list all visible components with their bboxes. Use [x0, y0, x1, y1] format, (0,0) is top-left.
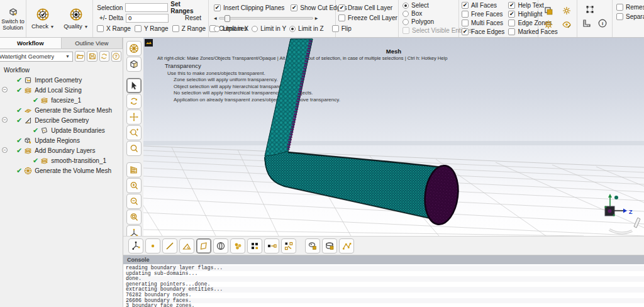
save-workflow-button[interactable] — [87, 51, 97, 62]
pointer-tool-button[interactable] — [126, 78, 142, 93]
collapse-icon[interactable]: − — [2, 147, 8, 153]
zoom-box-button[interactable] — [126, 141, 142, 156]
task-add-local-sizing[interactable]: − ✔ Add Local Sizing — [1, 85, 123, 95]
sequence-button[interactable] — [264, 238, 279, 254]
tree-root[interactable]: Workflow — [1, 65, 123, 75]
select-object-button[interactable] — [213, 238, 228, 254]
axis-z-label: Z — [629, 209, 633, 215]
pan-tool-button[interactable] — [126, 109, 142, 125]
zoom-in-button[interactable] — [126, 178, 142, 193]
all-faces-checkbox[interactable]: All Faces — [462, 2, 504, 9]
panel-tabs: Workflow Outline View — [0, 38, 123, 49]
zoom-fit-button[interactable] — [126, 209, 142, 225]
slider-thumb[interactable] — [225, 15, 230, 22]
clip-plane-slider[interactable]: ◀ ▶ — [214, 13, 330, 23]
task-update-regions[interactable]: ✔ Update Regions — [1, 135, 123, 145]
limit-x-radio[interactable]: Limit in X — [214, 25, 248, 32]
show-object-button[interactable] — [126, 57, 142, 72]
check-dropdown[interactable]: Check ▼ — [26, 0, 60, 37]
select-edge-button[interactable] — [162, 238, 177, 254]
save-icon — [88, 52, 96, 60]
perspective-button[interactable] — [126, 162, 142, 177]
copy-layers-button[interactable] — [541, 4, 556, 18]
edit-visibility-button[interactable] — [560, 18, 575, 31]
freeze-cell-layer-checkbox[interactable]: Freeze Cell Layer — [338, 14, 397, 21]
console-panel[interactable]: Console reading boundary layer flags... … — [123, 255, 644, 307]
quality-dropdown[interactable]: Quality ▼ — [60, 0, 93, 37]
mesh-display-button[interactable] — [126, 41, 142, 56]
switch-to-solution-button[interactable]: Switch to Solution — [0, 0, 26, 37]
task-smooth-transition-1[interactable]: ✔ smooth-transition_1 — [1, 155, 123, 165]
box-radio[interactable]: Box — [402, 10, 422, 17]
face-edges-checkbox[interactable]: Face Edges — [462, 28, 504, 35]
graphics-viewport[interactable]: Mesh Alt right-click: Make Zones/Objects… — [143, 38, 644, 236]
axis-filter-button[interactable] — [128, 238, 143, 254]
zoom-out-button[interactable] — [126, 194, 142, 209]
multi-faces-checkbox[interactable]: Multi Faces — [462, 20, 504, 26]
task-complete-icon: ✔ — [16, 86, 22, 94]
tab-outline-view[interactable]: Outline View — [62, 38, 123, 48]
task-add-boundary-layers[interactable]: − ✔ Add Boundary Layers — [1, 145, 123, 155]
draw-cell-layer-checkbox[interactable]: Draw Cell Layer — [338, 4, 392, 11]
x-range-checkbox[interactable]: X Range — [97, 25, 131, 32]
collapse-icon[interactable]: − — [2, 87, 8, 92]
slider-right-arrow[interactable]: ▶ — [315, 16, 318, 20]
zone-display-button[interactable] — [305, 238, 320, 254]
task-generate-surface-mesh[interactable]: ✔ Generate the Surface Mesh — [1, 105, 123, 115]
limit-z-radio[interactable]: Limit in Z — [289, 25, 324, 32]
select-cluster-button[interactable] — [230, 238, 245, 254]
object-display-button[interactable] — [322, 238, 337, 254]
z-range-checkbox[interactable]: Z Range — [172, 25, 206, 32]
explode-view-button[interactable] — [560, 4, 575, 18]
separate-checkbox[interactable]: Separate — [616, 13, 644, 20]
bounds-display-button[interactable] — [339, 238, 354, 254]
select-zone-button[interactable] — [196, 238, 211, 254]
collapse-icon[interactable]: − — [2, 117, 8, 123]
reset-button[interactable]: Reset — [185, 14, 201, 21]
reset-workflow-button[interactable] — [99, 51, 109, 62]
delta-input[interactable] — [126, 14, 169, 23]
sequence-icon — [267, 241, 277, 251]
task-complete-icon: ✔ — [16, 76, 22, 84]
highlight-gear-button[interactable] — [541, 18, 556, 31]
tab-workflow[interactable]: Workflow — [0, 38, 62, 48]
set-ranges-button[interactable]: Set Ranges — [170, 1, 204, 14]
free-faces-checkbox[interactable]: Free Faces — [462, 11, 504, 18]
remesh-checkbox[interactable]: Remesh — [616, 4, 644, 11]
slider-left-arrow[interactable]: ◀ — [214, 16, 217, 20]
task-facesize-1[interactable]: ✔ facesize_1 — [1, 95, 123, 105]
mesh-ball-icon — [129, 43, 139, 53]
insert-clipping-planes-checkbox[interactable]: Insert Clipping Planes — [214, 4, 284, 11]
delta-label: +/- Delta — [97, 14, 123, 21]
task-update-boundaries[interactable]: ✔ Update Boundaries — [1, 125, 123, 135]
select-cells-button[interactable] — [247, 238, 262, 254]
solution-cube-icon — [8, 7, 18, 17]
task-describe-geometry[interactable]: − ✔ Describe Geometry — [1, 115, 123, 125]
select-radio[interactable]: Select — [402, 2, 429, 9]
limit-y-radio[interactable]: Limit in Y — [252, 25, 286, 32]
info-button[interactable] — [596, 16, 610, 30]
open-workflow-button[interactable] — [75, 51, 85, 62]
select-node-button[interactable] — [145, 238, 160, 254]
update-boundaries-icon — [40, 126, 48, 135]
workflow-type-select[interactable]: Watertight Geometry ▼ — [0, 52, 73, 62]
workflow-panel: Workflow Outline View Watertight Geometr… — [0, 38, 123, 307]
workflow-help-button[interactable] — [111, 51, 121, 62]
console-line: updating sub-domains... — [126, 271, 644, 277]
select-face-button[interactable] — [179, 238, 194, 254]
selection-input[interactable] — [125, 3, 168, 12]
polygon-radio[interactable]: Polygon — [402, 18, 434, 25]
ruler-button[interactable] — [580, 16, 594, 30]
y-range-checkbox[interactable]: Y Range — [135, 25, 169, 32]
linked-nodes-icon — [341, 241, 352, 251]
zoom-plus-icon — [129, 181, 139, 191]
rotate-tool-button[interactable] — [126, 94, 142, 109]
zoom-dolly-button[interactable] — [126, 125, 142, 140]
task-generate-volume-mesh[interactable]: ✔ Generate the Volume Mesh — [1, 165, 123, 176]
cylinder-cube-icon — [325, 241, 335, 251]
split-button[interactable] — [281, 238, 296, 254]
bounds-nodes-button[interactable] — [582, 3, 597, 16]
zoom-minus-icon — [129, 196, 139, 206]
pipe-elbow-mesh[interactable] — [265, 39, 462, 226]
task-import-geometry[interactable]: ✔ Import Geometry — [1, 75, 123, 85]
